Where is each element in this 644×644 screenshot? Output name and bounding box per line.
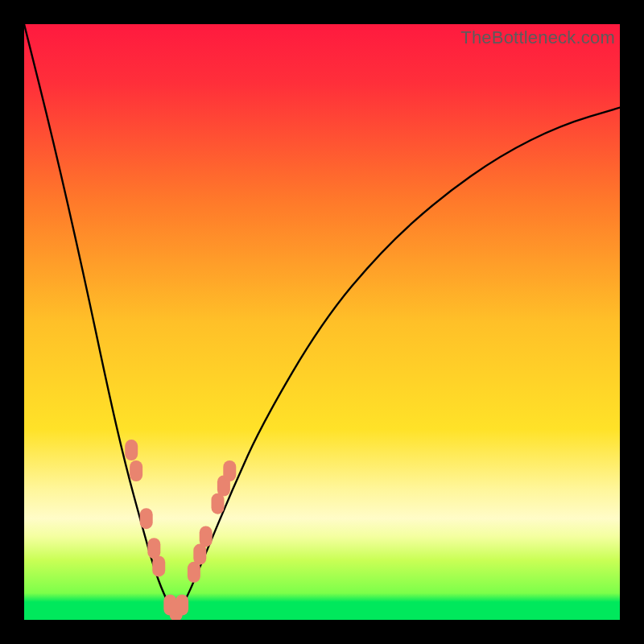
curve-marker (152, 555, 165, 576)
curve-marker (193, 544, 206, 565)
curve-marker (130, 460, 142, 481)
curve-marker (175, 595, 188, 616)
curve-marker (125, 440, 138, 460)
marker-group (125, 440, 236, 620)
curve-marker (147, 538, 160, 559)
plot-area: TheBottleneck.com (24, 24, 620, 620)
outer-frame: TheBottleneck.com (0, 0, 644, 644)
curve-marker (212, 493, 225, 514)
curve-marker (140, 508, 153, 529)
curve-marker (223, 460, 236, 481)
curve-marker (188, 562, 200, 583)
chart-svg (24, 24, 620, 620)
bottleneck-curve (24, 24, 620, 611)
curve-marker (200, 526, 213, 547)
